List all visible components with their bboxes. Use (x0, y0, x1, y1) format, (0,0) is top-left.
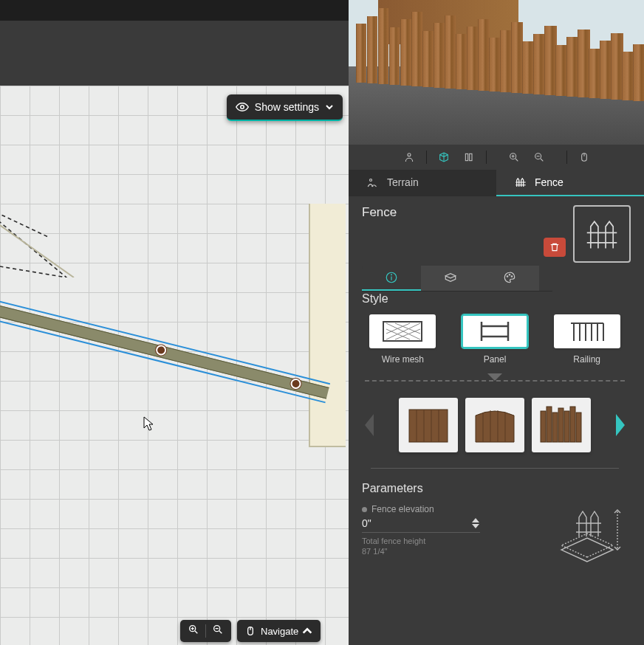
navigate-button[interactable]: Navigate (237, 620, 321, 642)
info-icon (385, 271, 398, 284)
zoom-in-button[interactable] (188, 624, 199, 638)
chevron-up-icon (471, 517, 480, 523)
parameter-diagram (547, 504, 628, 570)
toolbar-strip (0, 21, 349, 86)
style-panel-label: Panel (484, 354, 507, 365)
preview-toolbar (349, 145, 644, 170)
subtab-materials[interactable] (421, 266, 480, 291)
svg-marker-67 (472, 524, 479, 528)
svg-marker-65 (616, 414, 625, 436)
parameters-area: Fence elevation 0" Total fence height 87… (362, 504, 628, 570)
cube-icon (438, 151, 450, 163)
style-row: Wire mesh Panel (362, 314, 628, 365)
svg-marker-48 (365, 414, 374, 436)
zoom-in-icon (188, 624, 199, 635)
separator (486, 151, 487, 164)
zoom-in-icon (508, 151, 520, 163)
style-carousel (362, 396, 628, 455)
chevron-down-icon (471, 523, 480, 529)
panel-thumb-icon (473, 319, 517, 344)
elevation-icon (463, 151, 475, 163)
chevron-up-icon (301, 625, 313, 637)
terrain-icon (366, 176, 380, 189)
carousel-item-flat[interactable] (399, 398, 458, 452)
object-tabs: Terrain Fence (349, 170, 644, 196)
wiremesh-thumb-icon (380, 319, 425, 344)
tab-terrain[interactable]: Terrain (349, 170, 496, 196)
dashed-separator (365, 373, 625, 388)
svg-point-29 (511, 276, 513, 277)
svg-point-28 (509, 275, 510, 276)
separator (566, 151, 567, 164)
left-2d-pane: Show settings Navigate (0, 0, 349, 645)
carousel-prev-button[interactable] (362, 396, 377, 455)
panel-title: Fence (362, 205, 397, 220)
show-settings-button[interactable]: Show settings (227, 94, 343, 121)
view-person-button[interactable] (398, 148, 420, 167)
panel-subtabs (362, 266, 552, 292)
properties-panel: Fence Style (349, 196, 644, 645)
delete-button[interactable] (544, 238, 566, 257)
preview-zoom-in-button[interactable] (503, 148, 525, 167)
carousel-item-staggered[interactable] (532, 398, 591, 452)
tab-fence-label: Fence (535, 176, 564, 188)
svg-line-19 (541, 159, 543, 161)
panel-scroll[interactable]: Style Wire mesh (362, 292, 637, 639)
canvas-bottom-toolbar: Navigate (180, 620, 321, 642)
svg-rect-49 (409, 410, 448, 442)
divider (205, 624, 206, 638)
style-wiremesh[interactable]: Wire mesh (362, 314, 444, 365)
preview-3d[interactable] (349, 0, 644, 148)
svg-line-15 (515, 159, 518, 161)
svg-point-23 (370, 179, 372, 182)
eye-icon (236, 100, 249, 114)
roof-dash-outline (0, 204, 81, 277)
zoom-group (180, 620, 231, 642)
svg-line-7 (219, 631, 222, 633)
svg-rect-61 (558, 408, 564, 442)
svg-rect-58 (541, 411, 546, 442)
fence-elevation-label: Fence elevation (362, 504, 533, 514)
preview-mouse-button[interactable] (573, 148, 595, 167)
separator (426, 151, 427, 164)
carousel-item-arched[interactable] (465, 398, 524, 452)
svg-rect-63 (570, 407, 575, 442)
chevron-down-icon (325, 103, 334, 111)
fence-elevation-field[interactable]: 0" (362, 516, 480, 533)
carousel-next-button[interactable] (613, 396, 628, 455)
style-wiremesh-label: Wire mesh (382, 354, 424, 365)
preview-zoom-out-button[interactable] (528, 148, 550, 167)
style-railing[interactable]: Railing (546, 314, 628, 365)
mouse-icon (244, 625, 256, 637)
fence-panel-flat-icon (405, 404, 452, 446)
separator (371, 468, 619, 469)
svg-marker-68 (561, 538, 613, 562)
tab-fence[interactable]: Fence (496, 170, 644, 196)
svg-point-27 (507, 276, 508, 277)
parameters-section-title: Parameters (362, 482, 628, 495)
style-section-title: Style (362, 292, 628, 306)
view-elevation-button[interactable] (458, 148, 480, 167)
mouse-icon (578, 151, 590, 163)
svg-line-3 (195, 631, 197, 633)
svg-point-26 (391, 275, 392, 275)
total-height-label: Total fence height (362, 536, 533, 546)
subtab-palette[interactable] (480, 266, 539, 291)
zoom-out-icon (212, 624, 224, 635)
canvas-2d[interactable] (0, 86, 349, 645)
fence-panel-staggered-icon (538, 404, 585, 446)
trash-icon (549, 242, 560, 252)
fence-elevation-stepper[interactable] (471, 517, 480, 529)
svg-rect-64 (576, 413, 581, 442)
svg-line-0 (0, 204, 48, 237)
fence-diagram-icon (547, 504, 628, 570)
style-railing-label: Railing (573, 354, 600, 365)
show-settings-label: Show settings (255, 101, 319, 113)
subtab-info[interactable] (362, 266, 421, 291)
zoom-out-button[interactable] (212, 624, 224, 638)
zoom-out-icon (533, 151, 545, 163)
style-panel[interactable]: Panel (454, 314, 536, 365)
view-orbit-button[interactable] (433, 148, 455, 167)
svg-rect-13 (469, 154, 471, 160)
svg-rect-60 (552, 413, 558, 442)
